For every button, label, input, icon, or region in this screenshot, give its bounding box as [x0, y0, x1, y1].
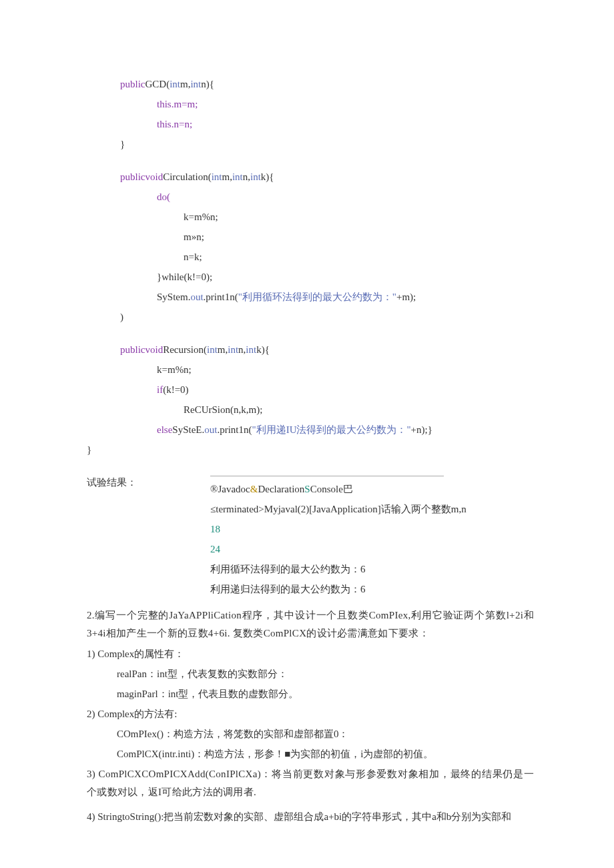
code-line: ReCUrSion(n,k,m); — [87, 401, 534, 419]
code-line: publicvoidRecursion(intm,intn,intk){ — [87, 341, 534, 359]
list-item: 3) ComPlCXCOmPICXAdd(ConIPlCXa)：将当前更数对象与… — [87, 765, 534, 801]
sub-item: maginParl：int型，代表且数的虚数部分。 — [117, 685, 534, 703]
result-section: 试验结果： ®Javadoc&DeclarationSConsole巴 ≤ter… — [87, 474, 534, 598]
code-line: } — [87, 441, 534, 459]
list-item: 1) Complex的属性有： — [87, 645, 534, 663]
console-input: 24 — [210, 540, 534, 558]
divider — [210, 476, 444, 476]
console-output: 利用递归法得到的最大公约数为：6 — [210, 580, 534, 598]
list-item: 4) StringtoString():把当前宏数对象的实部、虚部组合成a+bi… — [87, 808, 534, 826]
code-line: k=m%n; — [87, 361, 534, 379]
code-line: if(k!=0) — [87, 381, 534, 399]
code-line: } — [87, 135, 534, 153]
list-item: 2) Complex的方法有: — [87, 705, 534, 723]
code-line: publicGCD(intm,intn){ — [87, 75, 534, 93]
code-line: this.n=n; — [87, 115, 534, 133]
paragraph: 2.编写一个完整的JaYaAPPliCation程序，其中设计一个且数类ComP… — [87, 606, 534, 642]
sub-item: realPan：int型，代表复数的实数部分： — [117, 665, 534, 683]
console-line: ®Javadoc&DeclarationSConsole巴 — [210, 480, 534, 498]
code-line: publicvoidCirculation(intm,intn,intk){ — [87, 168, 534, 186]
code-line: m»n; — [87, 228, 534, 246]
code-line: do( — [87, 188, 534, 206]
code-line: SyStem.out.print1n("利用循环法得到的最大公约数为："+m); — [87, 288, 534, 306]
sub-item: COmPIex()：构造方法，将笼数的实部和虚部都置0： — [117, 725, 534, 743]
keyword: public — [120, 79, 145, 89]
code-line: elseSySteE.out.print1n("利用递IU法得到的最大公约数为：… — [87, 421, 534, 439]
code-line: this.m=m; — [87, 95, 534, 113]
console-output: 利用循环法得到的最大公约数为：6 — [210, 560, 534, 578]
console-input: 18 — [210, 520, 534, 538]
code-line: n=k; — [87, 248, 534, 266]
code-line: }while(k!=0); — [87, 268, 534, 286]
document-page: publicGCD(intm,intn){ this.m=m; this.n=n… — [0, 0, 614, 868]
sub-item: ComPlCX(intr.inti)：构造方法，形参！■为实部的初值，i为虚部的… — [117, 745, 534, 763]
console-block: ®Javadoc&DeclarationSConsole巴 ≤terminate… — [210, 476, 534, 598]
result-label: 试验结果： — [87, 474, 137, 492]
console-line: ≤terminated>Myjaval(2)[JavaApplication]话… — [210, 500, 534, 518]
code-line: k=m%n; — [87, 208, 534, 226]
code-line: ) — [87, 308, 534, 326]
